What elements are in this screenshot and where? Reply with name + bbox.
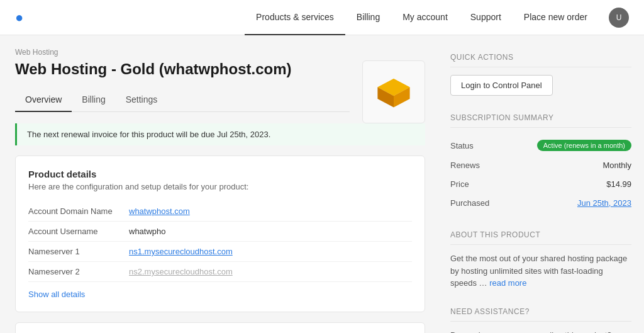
tab-billing[interactable]: Billing [72,88,115,112]
about-product-section: About this product Get the most out of y… [450,225,631,290]
detail-value-2[interactable]: ns1.mysecurecloudhost.com [129,247,233,256]
detail-value-1: whatwpho [129,227,166,236]
quick-actions-section: Quick actions Login to Control Panel [450,48,631,96]
summary-row-renews: Renews Monthly [450,156,631,175]
breadcrumb: Web Hosting [15,48,425,57]
tab-settings[interactable]: Settings [116,88,168,112]
assist-text: Do you have a query regarding this produ… [450,329,631,334]
summary-row-price: Price $14.99 [450,175,631,194]
detail-label-3: Nameserver 2 [28,267,129,276]
summary-label-purchased: Purchased [450,198,489,208]
nav-my-account[interactable]: My account [391,0,459,35]
about-product-text: Get the most out of your shared hosting … [450,252,631,290]
nav-products-services[interactable]: Products & services [245,0,345,35]
tabs: Overview Billing Settings [15,88,350,112]
product-title-section: Web Hosting - Gold (whatwphost.com) Over… [15,60,350,112]
notice-bar: The next renewal invoice for this produc… [15,123,425,145]
summary-label-renews: Renews [450,161,480,170]
detail-row-2: Nameserver 1 ns1.mysecurecloudhost.com [28,242,412,262]
nav-support[interactable]: Support [459,0,513,35]
page-layout: Web Hosting Web Hosting - Gold (whatwpho… [0,35,644,333]
summary-value-price: $14.99 [606,179,631,189]
nav-billing[interactable]: Billing [345,0,391,35]
page-title: Web Hosting - Gold (whatwphost.com) [15,60,350,78]
detail-row-1: Account Username whatwpho [28,222,412,242]
sidebar: Quick actions Login to Control Panel Sub… [440,35,641,333]
manage-product-card: Manage your product Use the controls bel… [15,322,425,333]
read-more-link[interactable]: read more [489,278,526,288]
detail-label-1: Account Username [28,227,129,236]
nav-place-new-order[interactable]: Place new order [513,0,599,35]
summary-value-renews: Monthly [602,161,631,170]
summary-label-status: Status [450,141,474,150]
about-product-title: About this product [450,225,631,245]
summary-row-purchased: Purchased Jun 25th, 2023 [450,194,631,213]
hosting-icon [374,71,414,113]
product-icon-box [362,60,425,123]
tab-overview[interactable]: Overview [15,88,72,112]
summary-value-purchased[interactable]: Jun 25th, 2023 [577,198,631,208]
subscription-summary-title: Subscription summary [450,108,631,128]
product-details-title: Product details [28,169,412,179]
product-details-card: Product details Here are the configurati… [15,155,425,312]
main-content: Web Hosting Web Hosting - Gold (whatwpho… [0,35,440,333]
detail-label-2: Nameserver 1 [28,247,129,256]
detail-row-0: Account Domain Name whatwphost.com [28,201,412,222]
detail-value-3[interactable]: ns2.mysecurecloudhost.com [129,267,233,276]
detail-row-3: Nameserver 2 ns2.mysecurecloudhost.com [28,262,412,282]
show-all-details-link[interactable]: Show all details [28,290,85,299]
product-header: Web Hosting - Gold (whatwphost.com) Over… [15,60,425,123]
product-details-subtitle: Here are the configuration and setup det… [28,182,412,191]
summary-row-status: Status Active (renews in a month) [450,135,631,156]
summary-label-price: Price [450,179,469,189]
main-nav: Products & services Billing My account S… [245,0,599,35]
need-assistance-section: Need assistance? Do you have a query reg… [450,302,631,334]
need-assistance-title: Need assistance? [450,302,631,322]
subscription-summary-section: Subscription summary Status Active (rene… [450,108,631,213]
header: ● Products & services Billing My account… [0,0,644,35]
detail-value-0[interactable]: whatwphost.com [129,206,190,216]
tabs-area: Overview Billing Settings [15,88,350,112]
status-badge: Active (renews in a month) [537,140,631,151]
user-avatar[interactable]: U [609,8,629,28]
detail-label-0: Account Domain Name [28,206,129,216]
login-control-panel-button[interactable]: Login to Control Panel [450,75,553,96]
quick-actions-title: Quick actions [450,48,631,67]
logo: ● [15,9,23,26]
